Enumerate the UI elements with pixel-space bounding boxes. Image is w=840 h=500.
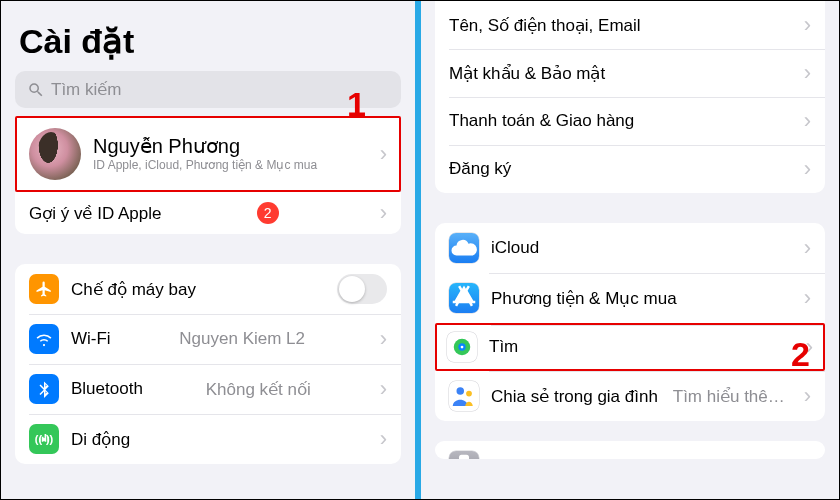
apple-id-suggestions-row[interactable]: Gợi ý về ID Apple 2 › (15, 191, 401, 234)
apple-id-label: Gợi ý về ID Apple (29, 203, 161, 224)
chevron-right-icon: › (380, 202, 387, 224)
services-group: iCloud › Phương tiện & Mục mua › Tìm › (435, 223, 825, 421)
chevron-right-icon: › (804, 158, 811, 180)
profile-row[interactable]: Nguyễn Phương ID Apple, iCloud, Phương t… (15, 116, 401, 192)
find-my-row[interactable]: Tìm › (435, 323, 825, 371)
chevron-right-icon: › (804, 237, 811, 259)
account-group: Tên, Số điện thoại, Email › Mật khẩu & B… (435, 1, 825, 193)
chevron-right-icon: › (380, 378, 387, 400)
avatar (29, 128, 81, 180)
airplane-toggle[interactable] (337, 274, 387, 304)
icloud-row[interactable]: iCloud › (435, 223, 825, 273)
family-value: Tìm hiểu thê… (673, 386, 785, 407)
settings-right-panel: Tên, Số điện thoại, Email › Mật khẩu & B… (421, 1, 839, 499)
family-sharing-icon (449, 381, 479, 411)
bluetooth-label: Bluetooth (71, 379, 143, 399)
search-icon (27, 81, 45, 99)
device-icon (449, 451, 479, 459)
app-store-icon (449, 283, 479, 313)
subscriptions-row[interactable]: Đăng ký › (435, 145, 825, 193)
annotation-step-2: 2 (791, 335, 810, 374)
page-title: Cài đặt (19, 21, 401, 61)
cellular-row[interactable]: ((•)) Di động › (15, 414, 401, 464)
airplane-label: Chế độ máy bay (71, 279, 196, 300)
settings-left-panel: Cài đặt Tìm kiếm 1 Nguyễn Phương ID Appl… (1, 1, 415, 499)
cellular-icon: ((•)) (29, 424, 59, 454)
svg-point-2 (461, 346, 464, 349)
svg-rect-5 (459, 455, 469, 459)
wifi-icon (29, 324, 59, 354)
devices-group: Phươnggg › (435, 441, 825, 459)
wifi-label: Wi-Fi (71, 329, 111, 349)
chevron-right-icon: › (380, 143, 387, 165)
bluetooth-value: Không kết nối (206, 379, 311, 400)
airplane-icon (29, 274, 59, 304)
svg-point-4 (466, 391, 472, 397)
annotation-step-1: 1 (347, 85, 366, 124)
chevron-right-icon: › (804, 14, 811, 36)
airplane-mode-row[interactable]: Chế độ máy bay (15, 264, 401, 314)
svg-point-3 (457, 387, 465, 395)
notification-badge: 2 (257, 202, 279, 224)
search-placeholder: Tìm kiếm (51, 79, 121, 100)
chevron-right-icon: › (804, 287, 811, 309)
chevron-right-icon: › (804, 385, 811, 407)
media-purchases-row[interactable]: Phương tiện & Mục mua › (435, 273, 825, 323)
bluetooth-row[interactable]: Bluetooth Không kết nối › (15, 364, 401, 414)
chevron-right-icon: › (804, 62, 811, 84)
cellular-label: Di động (71, 429, 130, 450)
icloud-icon (449, 233, 479, 263)
family-sharing-row[interactable]: Chia sẻ trong gia đình Tìm hiểu thê… › (435, 371, 825, 421)
chevron-right-icon: › (804, 110, 811, 132)
payment-shipping-row[interactable]: Thanh toán & Giao hàng › (435, 97, 825, 145)
chevron-right-icon: › (380, 328, 387, 350)
password-security-row[interactable]: Mật khẩu & Bảo mật › (435, 49, 825, 97)
wifi-row[interactable]: Wi-Fi Nguyen Kiem L2 › (15, 314, 401, 364)
find-my-icon (447, 332, 477, 362)
name-phone-email-row[interactable]: Tên, Số điện thoại, Email › (435, 1, 825, 49)
device-row[interactable]: Phươnggg › (435, 441, 825, 459)
profile-subtitle: ID Apple, iCloud, Phương tiện & Mục mua (93, 158, 317, 174)
chevron-right-icon: › (804, 455, 811, 459)
search-input[interactable]: Tìm kiếm (15, 71, 401, 108)
chevron-right-icon: › (380, 428, 387, 450)
settings-group-connectivity: Chế độ máy bay Wi-Fi Nguyen Kiem L2 › Bl… (15, 264, 401, 464)
wifi-value: Nguyen Kiem L2 (179, 329, 305, 349)
profile-name: Nguyễn Phương (93, 134, 317, 158)
bluetooth-icon (29, 374, 59, 404)
